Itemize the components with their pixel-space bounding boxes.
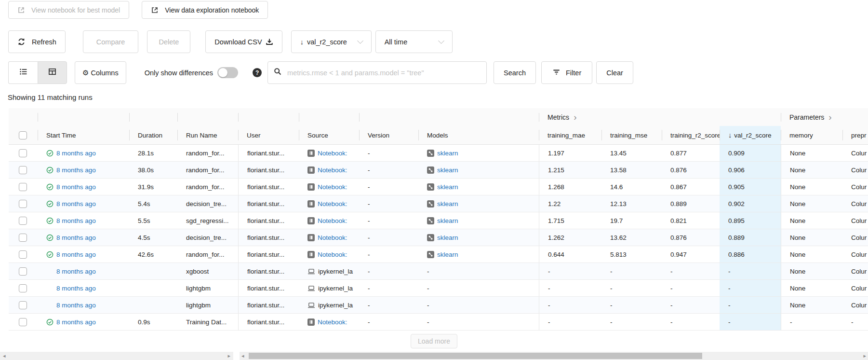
row-checkbox[interactable] bbox=[19, 200, 27, 208]
experiment-runs-page: View notebook for best model View data e… bbox=[0, 0, 868, 360]
model-link[interactable]: sklearn bbox=[437, 166, 458, 174]
source-cell: Notebook: bbox=[299, 145, 359, 161]
column-header-memory[interactable]: memory bbox=[781, 126, 842, 144]
row-checkbox[interactable] bbox=[19, 149, 27, 157]
main-pane-scrollbar[interactable]: ◂ ▸ bbox=[240, 352, 868, 360]
time-range-dropdown[interactable]: All time bbox=[375, 30, 453, 53]
scrollbar-thumb[interactable] bbox=[249, 353, 702, 359]
clear-button[interactable]: Clear bbox=[596, 61, 633, 84]
parameters-group-header[interactable]: Parameters › bbox=[789, 112, 832, 122]
model-link[interactable]: sklearn bbox=[437, 150, 458, 157]
row-checkbox[interactable] bbox=[19, 318, 27, 326]
column-header-models[interactable]: Models bbox=[418, 126, 539, 144]
start-time-link[interactable]: 8 months ago bbox=[56, 234, 96, 241]
column-header-duration[interactable]: Duration bbox=[129, 126, 177, 144]
run-row: 8 months ago28.1srandom_for...floriant.s… bbox=[9, 145, 868, 162]
memory-cell: None bbox=[781, 162, 842, 178]
source-link[interactable]: Notebook: bbox=[318, 217, 347, 224]
column-header-version[interactable]: Version bbox=[359, 126, 418, 144]
source-link[interactable]: Notebook: bbox=[318, 183, 347, 191]
row-checkbox[interactable] bbox=[19, 166, 27, 174]
models-cell: sklearn bbox=[418, 229, 539, 246]
scroll-right-icon[interactable]: ▸ bbox=[227, 353, 230, 359]
memory-cell: None bbox=[781, 179, 842, 195]
columns-button[interactable]: ⚙ Columns bbox=[75, 61, 126, 84]
source-cell: ipykernel_la bbox=[299, 263, 359, 279]
start-time-link[interactable]: 8 months ago bbox=[56, 183, 96, 191]
run-status-success-icon bbox=[46, 234, 53, 241]
model-link[interactable]: sklearn bbox=[437, 251, 458, 258]
preprocessor-cell: Colur bbox=[842, 246, 868, 263]
source-link[interactable]: Notebook: bbox=[318, 251, 347, 258]
column-header-start-time[interactable]: Start Time bbox=[38, 126, 129, 144]
row-checkbox[interactable] bbox=[19, 250, 27, 259]
column-header-training-mae[interactable]: training_mae bbox=[539, 126, 601, 144]
source-link[interactable]: Notebook: bbox=[318, 234, 347, 241]
column-header-training-r2-score[interactable]: training_r2_score bbox=[662, 126, 720, 144]
column-header-user[interactable]: User bbox=[238, 126, 299, 144]
source-link[interactable]: Notebook: bbox=[318, 150, 347, 157]
column-header-preprocessor[interactable]: prepr bbox=[842, 126, 868, 144]
source-link[interactable]: Notebook: bbox=[318, 166, 347, 174]
val-r2-score-cell: - bbox=[720, 314, 781, 330]
column-header-training-mse[interactable]: training_mse bbox=[601, 126, 662, 144]
load-more-button[interactable]: Load more bbox=[411, 334, 457, 348]
select-all-checkbox[interactable] bbox=[19, 131, 27, 139]
only-show-differences-toggle[interactable] bbox=[217, 67, 238, 78]
scroll-left-icon[interactable]: ◂ bbox=[241, 353, 244, 359]
model-link[interactable]: sklearn bbox=[437, 183, 458, 191]
model-link[interactable]: sklearn bbox=[437, 200, 458, 208]
training-mae-cell: 1.215 bbox=[539, 162, 601, 178]
row-checkbox[interactable] bbox=[19, 234, 27, 242]
model-link[interactable]: sklearn bbox=[437, 234, 458, 241]
help-icon[interactable]: ? bbox=[253, 68, 262, 77]
frozen-pane-scrollbar[interactable]: ◂ ▸ bbox=[0, 352, 233, 360]
column-header-val-r2-score[interactable]: ↓ val_r2_score bbox=[720, 126, 781, 144]
training-r2-score-cell: 0.877 bbox=[662, 145, 720, 161]
scroll-right-icon[interactable]: ▸ bbox=[863, 353, 866, 359]
row-checkbox[interactable] bbox=[19, 301, 27, 309]
view-data-exploration-notebook-button[interactable]: View data exploration notebook bbox=[142, 1, 268, 19]
column-header-source[interactable]: Source bbox=[299, 126, 359, 144]
row-checkbox-cell bbox=[9, 297, 38, 313]
column-header-run-name[interactable]: Run Name bbox=[177, 126, 238, 144]
row-checkbox[interactable] bbox=[19, 183, 27, 191]
start-time-link[interactable]: 8 months ago bbox=[56, 285, 96, 292]
kernel-source-icon bbox=[307, 268, 315, 275]
search-input[interactable] bbox=[286, 69, 481, 77]
table-view-button[interactable] bbox=[38, 61, 67, 84]
start-time-link[interactable]: 8 months ago bbox=[56, 318, 96, 326]
sort-by-dropdown[interactable]: ↓ val_r2_score bbox=[291, 30, 372, 53]
source-link[interactable]: Notebook: bbox=[318, 318, 347, 326]
row-checkbox[interactable] bbox=[19, 284, 27, 292]
source-link[interactable]: Notebook: bbox=[318, 200, 347, 208]
delete-button[interactable]: Delete bbox=[147, 30, 190, 53]
version-value: - bbox=[368, 302, 370, 309]
row-checkbox[interactable] bbox=[19, 267, 27, 276]
compare-button[interactable]: Compare bbox=[83, 30, 139, 53]
model-link[interactable]: sklearn bbox=[437, 217, 458, 224]
duration-cell: 5.5s bbox=[129, 212, 177, 229]
training-mse-value: - bbox=[610, 285, 613, 292]
version-cell: - bbox=[359, 229, 418, 246]
start-time-link[interactable]: 8 months ago bbox=[56, 302, 96, 309]
start-time-link[interactable]: 8 months ago bbox=[56, 150, 96, 157]
refresh-button[interactable]: Refresh bbox=[8, 30, 66, 53]
view-best-model-notebook-button[interactable]: View notebook for best model bbox=[8, 1, 129, 19]
list-view-button[interactable] bbox=[8, 61, 38, 84]
download-csv-button[interactable]: Download CSV bbox=[205, 30, 282, 53]
run-name-value: xgboost bbox=[186, 268, 209, 275]
training-mae-value: - bbox=[548, 285, 550, 292]
filter-button[interactable]: Filter bbox=[541, 61, 592, 84]
start-time-link[interactable]: 8 months ago bbox=[56, 217, 96, 224]
source-cell: Notebook: bbox=[299, 162, 359, 178]
start-time-link[interactable]: 8 months ago bbox=[56, 200, 96, 208]
search-button[interactable]: Search bbox=[494, 61, 536, 84]
start-time-link[interactable]: 8 months ago bbox=[56, 251, 96, 258]
start-time-link[interactable]: 8 months ago bbox=[56, 268, 96, 275]
scroll-left-icon[interactable]: ◂ bbox=[3, 353, 6, 359]
metrics-group-header[interactable]: Metrics › bbox=[548, 112, 576, 122]
row-checkbox[interactable] bbox=[19, 217, 27, 225]
start-time-link[interactable]: 8 months ago bbox=[56, 166, 96, 174]
chevron-down-icon bbox=[438, 38, 444, 44]
